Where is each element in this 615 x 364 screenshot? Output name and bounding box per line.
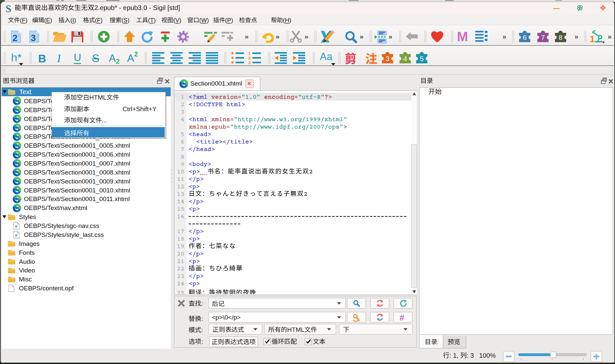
svg-text:3: 3 — [248, 60, 251, 64]
svg-text:4: 4 — [403, 55, 407, 62]
svg-text:6: 6 — [523, 34, 527, 41]
svg-text:2: 2 — [12, 33, 17, 43]
svg-text:8: 8 — [559, 34, 563, 41]
svg-text:3: 3 — [386, 55, 390, 62]
svg-text:1: 1 — [248, 52, 251, 56]
svg-text:1: 1 — [590, 34, 595, 43]
svg-text:5: 5 — [420, 55, 424, 62]
svg-text:3: 3 — [31, 33, 36, 43]
svg-text:7: 7 — [541, 34, 545, 41]
svg-text:2: 2 — [248, 56, 251, 61]
